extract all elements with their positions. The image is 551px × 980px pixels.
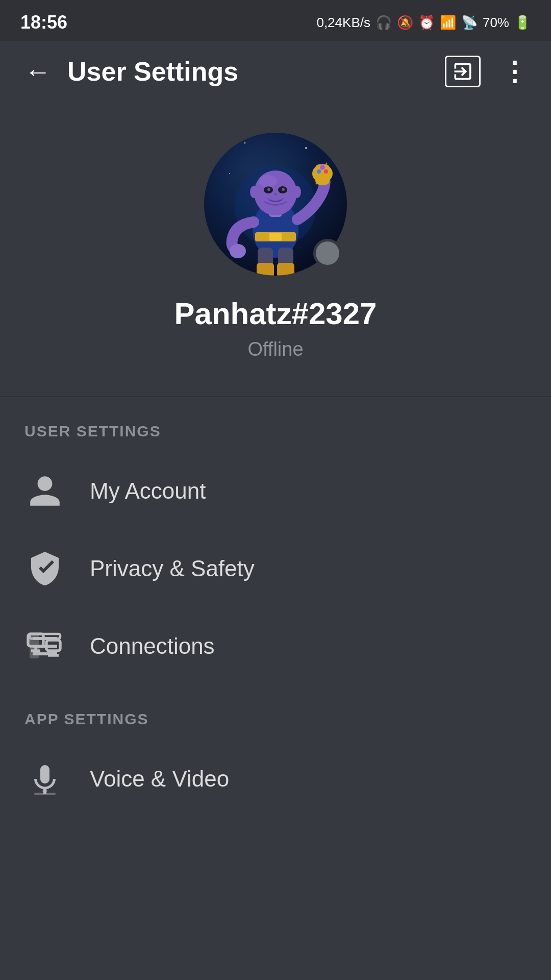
status-indicator [313, 239, 342, 267]
wifi-icon: 📡 [461, 15, 478, 31]
logout-button[interactable] [445, 56, 481, 87]
settings-item-connections[interactable]: Connections [0, 607, 551, 685]
voice-video-label: Voice & Video [90, 766, 229, 792]
my-account-label: My Account [90, 478, 206, 504]
svg-rect-15 [257, 263, 274, 276]
svg-rect-16 [277, 263, 294, 276]
status-icons: 0,24KB/s 🎧 🔕 ⏰ 📶 📡 70% 🔋 [316, 15, 531, 31]
svg-point-27 [267, 188, 270, 191]
username: Panhatz#2327 [174, 296, 377, 331]
svg-point-29 [250, 186, 258, 198]
connections-icon [24, 626, 65, 667]
app-settings-header: APP SETTINGS [0, 685, 551, 740]
svg-point-5 [229, 173, 230, 174]
svg-point-2 [244, 142, 246, 144]
svg-point-31 [259, 175, 277, 187]
user-settings-header: USER SETTINGS [0, 397, 551, 452]
signal-icon: 📶 [440, 15, 456, 31]
profile-section: Panhatz#2327 Offline [0, 102, 551, 396]
svg-point-30 [293, 186, 301, 198]
app-bar: ← User Settings ⋮ [0, 41, 551, 102]
svg-point-1 [218, 152, 220, 154]
svg-point-4 [326, 163, 328, 164]
svg-point-22 [324, 169, 328, 174]
privacy-safety-label: Privacy & Safety [90, 556, 255, 581]
settings-item-my-account[interactable]: My Account [0, 452, 551, 530]
network-speed-label: 0,24KB/s [316, 15, 370, 31]
svg-point-20 [320, 165, 325, 170]
headphone-icon: 🎧 [375, 15, 392, 31]
page-title: User Settings [67, 56, 238, 87]
svg-point-28 [282, 188, 285, 191]
svg-rect-42 [34, 793, 56, 795]
more-options-button[interactable]: ⋮ [501, 56, 527, 87]
connections-label: Connections [90, 633, 215, 659]
settings-container: USER SETTINGS My Account Privacy & Safet… [0, 397, 551, 818]
voice-video-icon [24, 758, 65, 799]
app-bar-right: ⋮ [445, 56, 527, 87]
svg-point-17 [230, 244, 246, 258]
battery-label: 70% [483, 15, 509, 31]
alarm-icon: ⏰ [418, 15, 435, 31]
avatar-container [204, 133, 347, 276]
svg-point-7 [336, 155, 338, 157]
my-account-icon [24, 471, 65, 511]
settings-item-voice-video[interactable]: Voice & Video [0, 740, 551, 818]
settings-item-privacy-safety[interactable]: Privacy & Safety [0, 530, 551, 607]
vibrate-icon: 🔕 [397, 15, 413, 31]
app-bar-left: ← User Settings [24, 56, 238, 87]
back-button[interactable]: ← [24, 58, 51, 85]
status-bar: 18:56 0,24KB/s 🎧 🔕 ⏰ 📶 📡 70% 🔋 [0, 0, 551, 41]
battery-icon: 🔋 [514, 15, 531, 31]
user-status: Offline [247, 338, 303, 360]
status-time: 18:56 [20, 12, 67, 33]
svg-rect-12 [269, 233, 282, 241]
privacy-safety-icon [24, 548, 65, 589]
svg-point-3 [305, 147, 307, 149]
svg-point-21 [317, 169, 321, 174]
